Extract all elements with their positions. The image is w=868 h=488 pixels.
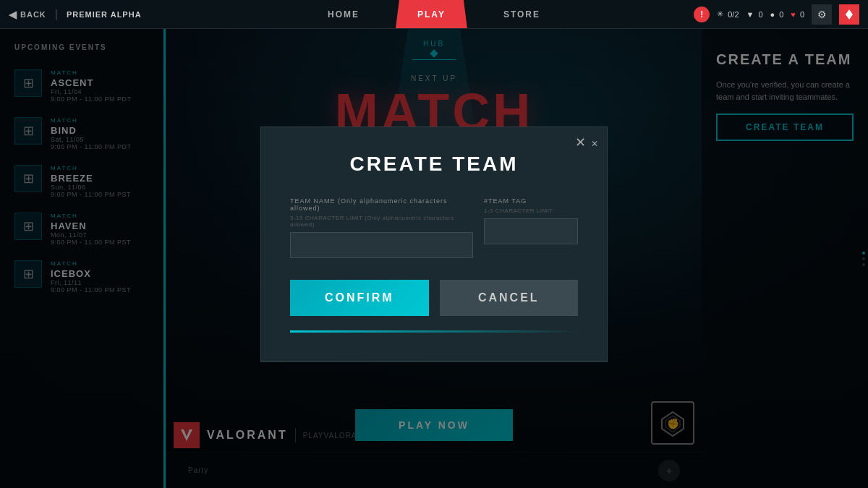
back-label: BACK	[20, 10, 46, 19]
modal-close-button[interactable]: ✕ ✕	[575, 136, 598, 149]
kp-group: ♥ 0	[791, 10, 804, 19]
separator: |	[55, 8, 58, 21]
settings-button[interactable]: ⚙	[812, 4, 832, 25]
star-icon: ✳	[717, 9, 723, 19]
rp-group: ● 0	[770, 10, 784, 19]
team-name-input[interactable]	[290, 232, 473, 258]
topbar: ◀ BACK | PREMIER ALPHA HOME PLAY STORE !…	[0, 0, 868, 29]
modal-fields: TEAM NAME (Only alphanumeric characters …	[290, 197, 578, 258]
topbar-nav: HOME PLAY STORE	[217, 0, 651, 28]
modal-overlay: ✕ ✕ CREATE TEAM TEAM NAME (Only alphanum…	[0, 0, 868, 488]
confirm-button[interactable]: CONFIRM	[290, 280, 429, 316]
back-arrow-icon: ◀	[9, 9, 17, 20]
topbar-right: ! ✳ 0/2 ▼ 0 ● 0 ♥ 0 ⚙	[651, 4, 868, 25]
profile-svg	[843, 8, 856, 21]
create-team-modal: ✕ ✕ CREATE TEAM TEAM NAME (Only alphanum…	[260, 127, 608, 362]
close-x-extra: ✕	[591, 139, 598, 149]
vp-count: 0	[758, 10, 762, 19]
kp-count: 0	[800, 10, 804, 19]
rp-count: 0	[779, 10, 783, 19]
modal-bottom-line	[290, 330, 578, 333]
topbar-left: ◀ BACK | PREMIER ALPHA	[0, 8, 217, 21]
nav-store[interactable]: STORE	[496, 0, 548, 28]
team-tag-label: #TEAM TAG	[484, 197, 578, 205]
alert-icon[interactable]: !	[694, 7, 710, 22]
team-tag-input[interactable]	[484, 218, 578, 244]
back-button[interactable]: ◀ BACK	[9, 9, 46, 20]
rp-icon: ●	[770, 10, 775, 19]
team-name-sublabel: 5-15 CHARACTER LIMIT (Only alphanumeric …	[290, 215, 473, 228]
modal-buttons: CONFIRM CANCEL	[290, 280, 578, 316]
team-name-field-group: TEAM NAME (Only alphanumeric characters …	[290, 197, 473, 258]
vp-icon: ▼	[746, 10, 754, 19]
stars-count: 0/2	[728, 10, 739, 19]
nav-home[interactable]: HOME	[320, 0, 367, 28]
close-icon: ✕	[575, 135, 586, 150]
team-name-label: TEAM NAME (Only alphanumeric characters …	[290, 197, 473, 212]
breadcrumb: PREMIER ALPHA	[67, 10, 142, 19]
team-tag-sublabel: 1-5 CHARACTER LIMIT	[484, 207, 578, 214]
cancel-button[interactable]: CANCEL	[440, 280, 579, 316]
kp-icon: ♥	[791, 10, 796, 19]
stars-group: ✳ 0/2	[717, 9, 739, 19]
nav-play[interactable]: PLAY	[396, 0, 467, 28]
modal-title: CREATE TEAM	[290, 153, 578, 176]
team-tag-field-group: #TEAM TAG 1-5 CHARACTER LIMIT	[484, 197, 578, 258]
vp-group: ▼ 0	[746, 10, 763, 19]
profile-icon[interactable]	[839, 4, 859, 25]
